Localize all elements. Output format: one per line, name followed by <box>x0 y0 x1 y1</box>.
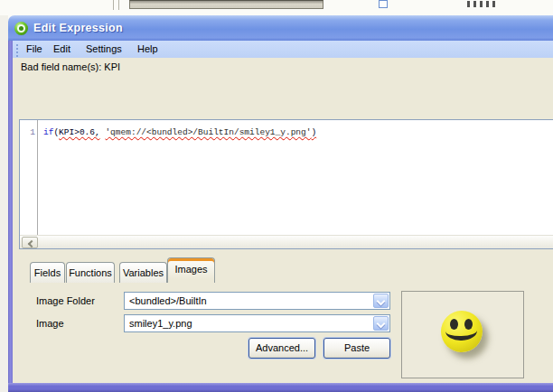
dialog-body: Bad field name(s): KPI 1 if(KPI>0.6, 'qm… <box>13 58 553 383</box>
dialog-title: Edit Expression <box>33 22 123 34</box>
chevron-down-icon[interactable] <box>373 316 389 331</box>
image-value: smiley1_y.png <box>129 317 192 331</box>
scroll-left-arrow-icon[interactable] <box>22 237 38 248</box>
tab-variables[interactable]: Variables <box>119 262 167 283</box>
menu-settings[interactable]: Settings <box>82 41 126 58</box>
tab-functions[interactable]: Functions <box>66 262 115 283</box>
qlikview-app-icon[interactable] <box>14 22 28 35</box>
expression-text: if(KPI>0.6, 'qmem://<bundled>/BuiltIn/sm… <box>43 127 316 137</box>
window-bottom-border <box>8 383 553 392</box>
paste-button[interactable]: Paste <box>323 338 390 359</box>
background-bar-fragment <box>129 0 323 9</box>
dialog-titlebar[interactable]: Edit Expression <box>8 15 553 41</box>
background-checkbox-icon <box>379 0 388 8</box>
image-folder-combobox[interactable]: <bundled>/BuiltIn <box>124 292 390 310</box>
line-number: 1 <box>20 127 35 137</box>
background-scrollbar-fragment <box>113 0 119 10</box>
smiley-face-icon <box>441 311 483 352</box>
image-combobox[interactable]: smiley1_y.png <box>124 314 390 332</box>
image-folder-value: <bundled>/BuiltIn <box>129 294 207 308</box>
expression-condition: KPI>0.6, <box>59 127 100 137</box>
expression-string: 'qmem://<bundled>/BuiltIn/smiley1_y.png' <box>105 127 311 137</box>
expression-editor[interactable]: 1 if(KPI>0.6, 'qmem://<bundled>/BuiltIn/… <box>19 119 553 249</box>
edit-expression-dialog: Edit Expression File Edit Settings Help … <box>8 15 553 383</box>
smiley-mouth <box>445 321 478 341</box>
menu-bar: File Edit Settings Help <box>13 41 553 58</box>
bad-field-message: Bad field name(s): KPI <box>21 61 120 72</box>
image-label: Image <box>36 318 64 329</box>
background-window-edge <box>0 0 8 392</box>
expression-paren-close: ) <box>311 127 316 137</box>
expression-keyword: if <box>43 127 53 137</box>
tab-images[interactable]: Images <box>167 257 215 283</box>
menubar-grip-handle[interactable] <box>16 44 18 46</box>
background-window-strip <box>0 0 553 15</box>
line-number-gutter: 1 <box>20 120 38 235</box>
image-preview-panel <box>401 291 524 378</box>
menu-file[interactable]: File <box>23 41 46 58</box>
screenshot-root: Edit Expression File Edit Settings Help … <box>0 0 553 392</box>
menu-edit[interactable]: Edit <box>50 41 74 58</box>
image-folder-label: Image Folder <box>36 295 95 306</box>
chevron-down-icon[interactable] <box>373 294 389 308</box>
tab-fields[interactable]: Fields <box>30 262 65 283</box>
menu-help[interactable]: Help <box>134 41 162 58</box>
background-clipped-text <box>467 1 498 7</box>
advanced-button[interactable]: Advanced... <box>248 338 315 359</box>
editor-horizontal-scrollbar[interactable] <box>20 235 553 248</box>
